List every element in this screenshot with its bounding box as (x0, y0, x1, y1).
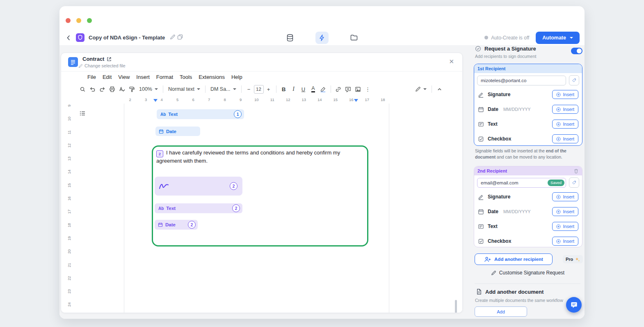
insert-date-button-r1[interactable]: Insert (552, 105, 578, 114)
menu-item[interactable]: Insert (133, 74, 153, 80)
date-field-chip-1[interactable]: Date (155, 127, 200, 136)
field-row-text: Text Insert (474, 117, 582, 131)
increase-font-size-button[interactable]: + (264, 84, 274, 94)
template-icon[interactable] (177, 34, 183, 41)
insert-date-button-r2[interactable]: Insert (552, 207, 578, 216)
collapse-toolbar-button[interactable] (434, 84, 444, 94)
signature-field-chip-2[interactable]: 2 (155, 177, 242, 196)
chat-widget-button[interactable] (566, 297, 582, 313)
recipient-2-card: 2nd Recipient Saved Si (474, 166, 582, 247)
document-scrollbar[interactable] (455, 300, 457, 313)
add-another-recipient-button[interactable]: Add another recipient (475, 253, 553, 265)
paint-format-button[interactable] (127, 84, 137, 94)
highlight-color-button[interactable] (318, 84, 328, 94)
agreement-text: I have carefully reviewed the terms and … (156, 150, 340, 164)
date-field-chip-2[interactable]: Date 2 (155, 220, 198, 230)
back-button[interactable] (64, 33, 73, 43)
request-signature-sidebar: Request a Signature Add recipients to si… (471, 45, 585, 319)
spellcheck-button[interactable] (117, 84, 127, 94)
maximize-window-button[interactable] (87, 18, 92, 23)
image-icon (355, 86, 361, 92)
trash-icon (573, 168, 579, 174)
zoom-select[interactable]: 100% (137, 84, 160, 94)
insert-link-button[interactable] (333, 84, 343, 94)
bold-button[interactable]: B (279, 84, 289, 94)
customise-signature-request-button[interactable]: Customise Signature Request (471, 269, 585, 276)
decrease-font-size-button[interactable]: − (244, 84, 254, 94)
change-selected-file-button[interactable]: Change selected file (78, 63, 126, 68)
ruler-label: 18 (375, 96, 391, 104)
field-row-signature: Signature Insert (474, 87, 582, 102)
print-button[interactable] (107, 84, 117, 94)
agreement-paragraph: 2I have carefully reviewed the terms and… (156, 149, 352, 165)
document-outline-button[interactable] (79, 110, 86, 118)
menu-item[interactable]: View (115, 74, 133, 80)
delete-recipient-2-button[interactable] (573, 168, 579, 174)
recipient-2-badge: 2 (230, 182, 238, 190)
menu-item[interactable]: Edit (99, 74, 115, 80)
font-size-field[interactable]: 12 (254, 85, 264, 94)
section-subtitle: Add recipients to sign document (475, 54, 536, 59)
menu-item[interactable]: Help (228, 74, 246, 80)
insert-label: Insert (563, 107, 574, 112)
automate-button-label: Automate (542, 35, 566, 41)
text-color-button[interactable]: A (308, 84, 318, 94)
edit-title-icon[interactable] (170, 34, 176, 41)
menu-item[interactable]: File (84, 74, 99, 80)
search-button[interactable] (78, 84, 87, 94)
insert-signature-button-r1[interactable]: Insert (552, 90, 578, 99)
document-canvas: 9101112131415161718192021222324 Ab Text … (61, 104, 462, 313)
redo-button[interactable] (97, 84, 107, 94)
external-link-icon[interactable] (107, 57, 112, 62)
insert-checkbox-button-r2[interactable]: Insert (552, 237, 578, 246)
bullet-list-icon (79, 110, 86, 117)
right-indent-marker[interactable] (354, 99, 358, 102)
italic-button[interactable]: I (289, 84, 299, 94)
insert-signature-button-r2[interactable]: Insert (552, 192, 578, 201)
header-right: Auto-Create is off Automate (484, 32, 580, 44)
workflow-title: Copy of NDA eSign - Template (89, 35, 165, 41)
tab-automation-active[interactable] (315, 32, 329, 44)
chat-bubble-icon (570, 301, 578, 309)
more-tools-button[interactable]: ⋮ (363, 84, 373, 94)
menu-item[interactable]: Format (153, 74, 176, 80)
left-indent-marker[interactable] (153, 99, 158, 102)
text-field-chip-2[interactable]: Ab Text 2 (155, 203, 242, 213)
insert-text-button-r1[interactable]: Insert (552, 120, 578, 129)
recipient-1-tag-button[interactable] (569, 75, 579, 85)
add-comment-button[interactable] (343, 84, 353, 94)
ruler-label: 2 (122, 96, 138, 104)
paragraph-style-select[interactable]: Normal text (166, 84, 203, 94)
paint-roller-icon (129, 86, 135, 92)
recipient-2-tag-button[interactable] (569, 177, 579, 188)
page-right-edge (389, 104, 389, 313)
checkbox-field-chip-2[interactable]: 2 (156, 150, 163, 157)
request-signature-toggle[interactable] (571, 48, 582, 54)
menu-item[interactable]: Tools (176, 74, 195, 80)
minimize-window-button[interactable] (76, 18, 81, 23)
recipient-1-email-input[interactable] (477, 76, 566, 85)
undo-button[interactable] (87, 84, 97, 94)
insert-image-button[interactable] (353, 84, 363, 94)
toolbar-divider (241, 85, 242, 93)
underline-button[interactable]: U (299, 84, 308, 94)
signature-pen-icon (478, 92, 484, 98)
automate-button[interactable]: Automate (536, 32, 580, 44)
add-document-button[interactable]: Add (475, 306, 527, 317)
insert-label: Insert (563, 209, 574, 214)
close-document-button[interactable]: ✕ (446, 58, 457, 65)
add-document-title: Add another document (485, 289, 544, 295)
text-field-chip-1[interactable]: Ab Text 1 (157, 109, 244, 119)
italic-label: I (292, 86, 295, 92)
editing-mode-select[interactable] (413, 84, 429, 94)
menu-item[interactable]: Extensions (195, 74, 228, 80)
ruler-label: 11 (265, 96, 281, 104)
tab-source-data[interactable] (285, 33, 295, 43)
insert-text-button-r2[interactable]: Insert (552, 222, 578, 231)
tab-outputs[interactable] (349, 33, 359, 43)
insert-checkbox-button-r1[interactable]: Insert (552, 134, 578, 143)
font-family-select[interactable]: DM Sa... (208, 84, 239, 94)
close-window-button[interactable] (66, 18, 71, 23)
change-selected-file-label: Change selected file (84, 63, 126, 68)
ruler-label: 17 (359, 96, 375, 104)
